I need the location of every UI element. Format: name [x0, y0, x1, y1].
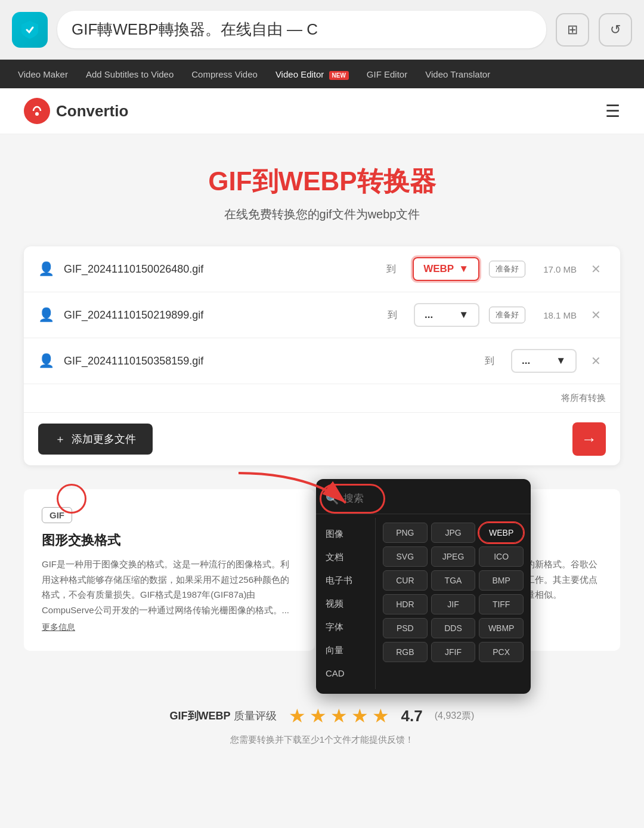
convert-all-row: 将所有转换	[24, 384, 620, 413]
gif-more-link[interactable]: 更多信息	[42, 622, 75, 633]
to-label-2: 到	[388, 309, 397, 322]
file-row-1: 👤 GIF_20241110150026480.gif 到 WEBP ▼ 准备好…	[24, 246, 620, 292]
format-cur[interactable]: CUR	[383, 570, 428, 591]
format-bmp[interactable]: BMP	[479, 570, 524, 591]
svg-point-1	[35, 112, 39, 116]
file-size-2: 18.1 MB	[535, 310, 577, 320]
gif-badge: GIF	[42, 507, 72, 523]
star-2: ★	[309, 705, 327, 727]
close-btn-2[interactable]: ✕	[586, 308, 606, 322]
format-jif[interactable]: JIF	[431, 594, 476, 614]
format-btn-2[interactable]: ... ▼	[414, 303, 479, 327]
rating-row: GIF到WEBP 质量评级 ★ ★ ★ ★ ★ 4.7 (4,932票)	[24, 705, 620, 727]
logo-text: Convertio	[56, 102, 128, 121]
refresh-button[interactable]: ↺	[599, 13, 632, 47]
logo[interactable]: Convertio	[24, 98, 128, 124]
format-tga[interactable]: TGA	[431, 570, 476, 591]
star-4: ★	[351, 705, 369, 727]
convert-button[interactable]: →	[572, 422, 606, 456]
format-rgb[interactable]: RGB	[383, 642, 428, 662]
format-jfif[interactable]: JFIF	[431, 642, 476, 662]
to-label-3: 到	[485, 355, 494, 367]
file-name-1: GIF_20241110150026480.gif	[64, 263, 370, 276]
categories-list: 图像 文档 电子书 视频 字体 向量 CAD	[316, 518, 376, 689]
search-input[interactable]	[343, 493, 521, 505]
star-5: ★	[372, 705, 389, 727]
bottom-row: ＋ 添加更多文件 →	[24, 413, 620, 465]
rating-label: GIF到WEBP 质量评级	[170, 709, 277, 723]
nav-bar: Video Maker Add Subtitles to Video Compr…	[0, 60, 644, 88]
search-icon: 🔍	[326, 492, 339, 505]
new-badge: NEW	[329, 71, 349, 80]
format-jpg[interactable]: JPG	[431, 523, 476, 543]
rating-note: 您需要转换并下载至少1个文件才能提供反馈！	[24, 734, 620, 746]
file-size-1: 17.0 MB	[535, 264, 577, 274]
browser-shield-icon	[12, 12, 48, 48]
menu-button[interactable]: ☰	[605, 101, 620, 121]
star-3: ★	[330, 705, 348, 727]
star-1: ★	[289, 705, 306, 727]
nav-video-translator[interactable]: Video Translator	[425, 69, 490, 79]
rating-count: (4,932票)	[435, 710, 475, 722]
add-files-button[interactable]: ＋ 添加更多文件	[38, 424, 153, 455]
file-icon-1: 👤	[38, 261, 54, 277]
ready-badge-2: 准备好	[489, 307, 525, 323]
format-wbmp[interactable]: WBMP	[479, 618, 524, 638]
format-btn-3[interactable]: ... ▼	[511, 349, 577, 373]
category-vector[interactable]: 向量	[316, 639, 375, 662]
rating-number: 4.7	[401, 707, 423, 725]
search-row: 🔍	[316, 489, 531, 514]
category-cad[interactable]: CAD	[316, 662, 375, 684]
category-ebook[interactable]: 电子书	[316, 569, 375, 592]
format-hdr[interactable]: HDR	[383, 594, 428, 614]
ready-badge-1: 准备好	[489, 261, 525, 277]
nav-video-editor[interactable]: Video Editor NEW	[275, 69, 349, 79]
page-subtitle: 在线免费转换您的gif文件为webp文件	[24, 206, 620, 223]
nav-add-subtitles[interactable]: Add Subtitles to Video	[86, 69, 174, 79]
format-jpeg[interactable]: JPEG	[431, 546, 476, 567]
stars: ★ ★ ★ ★ ★	[289, 705, 389, 727]
svg-point-0	[29, 103, 45, 119]
info-card-gif: GIF 图形交换格式 GIF是一种用于图像交换的格式。这是一种流行的图像格式。利…	[24, 489, 315, 651]
formats-grid: PNG JPG WEBP SVG JPEG ICO CUR TGA BMP HD…	[376, 518, 531, 689]
category-image[interactable]: 图像	[316, 523, 375, 546]
file-icon-3: 👤	[38, 353, 54, 369]
gif-text: GIF是一种用于图像交换的格式。这是一种流行的图像格式。利用这种格式能够存储压缩…	[42, 557, 297, 617]
format-ico[interactable]: ICO	[479, 546, 524, 567]
file-icon-2: 👤	[38, 307, 54, 323]
format-psd[interactable]: PSD	[383, 618, 428, 638]
file-name-2: GIF_20241110150219899.gif	[64, 309, 371, 322]
nav-video-maker[interactable]: Video Maker	[18, 69, 68, 79]
format-pcx[interactable]: PCX	[479, 642, 524, 662]
logo-icon	[24, 98, 50, 124]
page-title: GIF到WEBP转换器	[24, 164, 620, 199]
file-name-3: GIF_20241110150358159.gif	[64, 355, 468, 367]
category-font[interactable]: 字体	[316, 616, 375, 639]
browser-bar: GIF轉WEBP轉換器。在线自由 — C ⊞ ↺	[0, 0, 644, 60]
main-content: GIF到WEBP转换器 在线免费转换您的gif文件为webp文件 👤 GIF_2…	[0, 134, 644, 675]
to-label-1: 到	[386, 263, 396, 276]
category-video[interactable]: 视频	[316, 592, 375, 616]
file-row-3: 👤 GIF_20241110150358159.gif 到 ... ▼ ✕	[24, 338, 620, 384]
dropdown-body: 图像 文档 电子书 视频 字体 向量 CAD PNG JPG WEBP SVG …	[316, 514, 531, 689]
format-btn-1[interactable]: WEBP ▼	[413, 257, 479, 281]
format-webp[interactable]: WEBP	[479, 523, 524, 543]
format-svg[interactable]: SVG	[383, 546, 428, 567]
nav-gif-editor[interactable]: GIF Editor	[367, 69, 407, 79]
address-bar[interactable]: GIF轉WEBP轉換器。在线自由 — C	[57, 11, 546, 48]
converter-box: 👤 GIF_20241110150026480.gif 到 WEBP ▼ 准备好…	[24, 246, 620, 465]
nav-compress-video[interactable]: Compress Video	[191, 69, 258, 79]
format-png[interactable]: PNG	[383, 523, 428, 543]
file-row-2: 👤 GIF_20241110150219899.gif 到 ... ▼ 准备好 …	[24, 292, 620, 338]
close-btn-1[interactable]: ✕	[586, 262, 606, 276]
format-dropdown: 🔍 图像 文档 电子书 视频 字体 向量 CAD PNG JPG	[316, 479, 531, 694]
bookmark-button[interactable]: ⊞	[556, 13, 589, 47]
site-header: Convertio ☰	[0, 88, 644, 134]
gif-title: 图形交换格式	[42, 532, 297, 549]
close-btn-3[interactable]: ✕	[586, 354, 606, 368]
category-doc[interactable]: 文档	[316, 546, 375, 569]
format-dds[interactable]: DDS	[431, 618, 476, 638]
format-tiff[interactable]: TIFF	[479, 594, 524, 614]
